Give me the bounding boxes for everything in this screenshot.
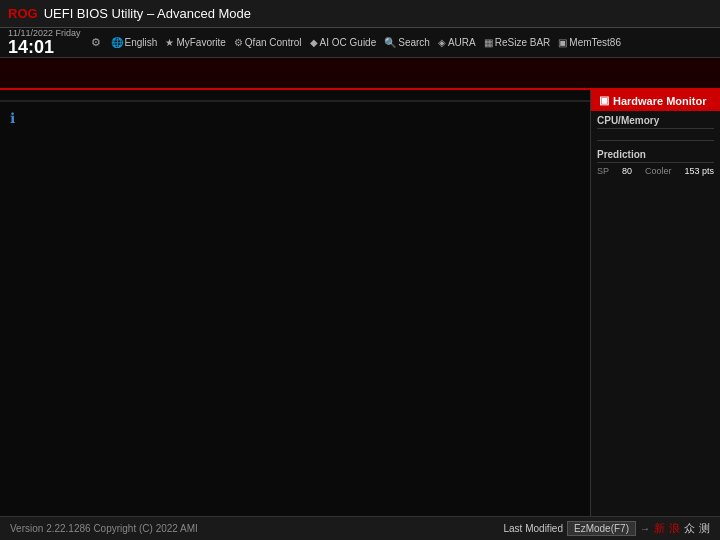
- cpu-memory-section: CPU/Memory: [591, 111, 720, 136]
- top-icons: 🌐English★MyFavorite⚙Qfan Control◆AI OC G…: [111, 37, 621, 48]
- right-sidebar: ▣ Hardware Monitor CPU/Memory Prediction…: [590, 90, 720, 516]
- sp-row: SP 80 Cooler 153 pts: [597, 166, 714, 176]
- icon-label: Search: [398, 37, 430, 48]
- title-bar: ROG UEFI BIOS Utility – Advanced Mode: [0, 0, 720, 28]
- datetime: 11/11/2022 Friday 14:01: [8, 29, 81, 56]
- sidebar-header: ▣ Hardware Monitor: [591, 90, 720, 111]
- main-layout: ℹ ▣ Hardware Monitor CPU/Memory Predicti…: [0, 90, 720, 516]
- top-icon-resize-bar[interactable]: ▦ReSize BAR: [484, 37, 551, 48]
- prediction-title: Prediction: [597, 149, 714, 163]
- icon-sym: ◆: [310, 37, 318, 48]
- icon-sym: ▣: [558, 37, 567, 48]
- icon-sym: ⚙: [234, 37, 243, 48]
- last-modified: Last Modified: [504, 523, 563, 534]
- icon-label: Qfan Control: [245, 37, 302, 48]
- label-3: 众: [684, 521, 695, 536]
- title-text: UEFI BIOS Utility – Advanced Mode: [44, 6, 251, 21]
- icon-sym: 🔍: [384, 37, 396, 48]
- info-icon: ℹ: [10, 108, 15, 129]
- version-text: Version 2.22.1286 Copyright (C) 2022 AMI: [10, 523, 198, 534]
- icon-label: ReSize BAR: [495, 37, 551, 48]
- top-icon-ai-oc-guide[interactable]: ◆AI OC Guide: [310, 37, 377, 48]
- label-4: 测: [699, 521, 710, 536]
- label-2: 浪: [669, 521, 680, 536]
- icon-sym: ★: [165, 37, 174, 48]
- cooler-label: Cooler: [645, 166, 672, 176]
- icon-sym: 🌐: [111, 37, 123, 48]
- icon-label: MemTest86: [569, 37, 621, 48]
- arrow-icon: →: [640, 523, 650, 534]
- top-icon-myfavorite[interactable]: ★MyFavorite: [165, 37, 225, 48]
- top-icon-english[interactable]: 🌐English: [111, 37, 158, 48]
- top-icon-qfan-control[interactable]: ⚙Qfan Control: [234, 37, 302, 48]
- icon-label: English: [125, 37, 158, 48]
- sidebar-divider: [597, 140, 714, 141]
- icon-label: MyFavorite: [176, 37, 225, 48]
- prediction-section: Prediction SP 80 Cooler 153 pts: [591, 145, 720, 182]
- info-bar: 11/11/2022 Friday 14:01 ⚙ 🌐English★MyFav…: [0, 28, 720, 58]
- label-1: 新: [654, 521, 665, 536]
- icon-sym: ▦: [484, 37, 493, 48]
- right-actions: Last Modified EzMode(F7) → 新 浪 众 测: [504, 521, 711, 536]
- cooler-value: 153 pts: [684, 166, 714, 176]
- bottom-bar: Version 2.22.1286 Copyright (C) 2022 AMI…: [0, 516, 720, 540]
- top-icon-memtest86[interactable]: ▣MemTest86: [558, 37, 621, 48]
- icon-sym: ◈: [438, 37, 446, 48]
- left-content: ℹ: [0, 90, 590, 516]
- info-text: ℹ: [0, 101, 590, 135]
- rog-logo: ROG: [8, 6, 38, 21]
- ez-mode-button[interactable]: EzMode(F7): [567, 521, 636, 536]
- icon-label: AURA: [448, 37, 476, 48]
- monitor-icon: ▣: [599, 94, 609, 107]
- top-icon-aura[interactable]: ◈AURA: [438, 37, 476, 48]
- icon-label: AI OC Guide: [320, 37, 377, 48]
- nav-bar: [0, 58, 720, 90]
- target-info: [0, 90, 590, 101]
- cpu-memory-title: CPU/Memory: [597, 115, 714, 129]
- sp-label: SP: [597, 166, 609, 176]
- time-display: 14:01: [8, 38, 81, 56]
- top-icon-search[interactable]: 🔍Search: [384, 37, 430, 48]
- settings-icon[interactable]: ⚙: [91, 36, 101, 49]
- sidebar-title: Hardware Monitor: [613, 95, 707, 107]
- sp-value: 80: [622, 166, 632, 176]
